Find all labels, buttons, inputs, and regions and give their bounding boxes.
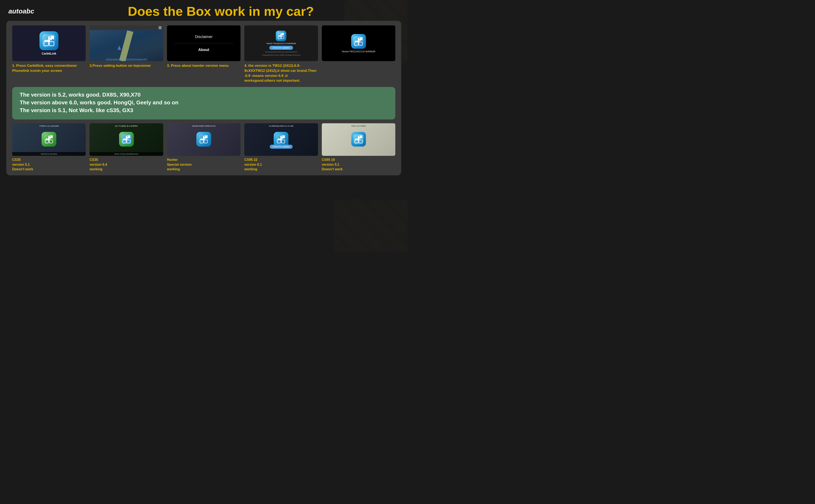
- step4-carbitlink-svg: [277, 32, 285, 40]
- svg-rect-30: [126, 136, 127, 140]
- page-title: Does the Box work in my car?: [43, 4, 399, 19]
- car-cs35-51-image: YT06.5.1.12–1c4c2430 detecta la actualiz…: [12, 123, 86, 156]
- svg-rect-37: [203, 136, 204, 140]
- step-3: Disclaimer About 3. Press about toenter …: [167, 25, 241, 83]
- carbitlink-svg: [42, 34, 56, 47]
- car-cs35-64-bottom-bar: avisar si hay actualizaciones: [89, 152, 163, 156]
- car-hunter-icon: [196, 132, 211, 147]
- step4-check-updates-btn[interactable]: Check for updates: [269, 46, 293, 50]
- car-cs95-22-image: on:HBS32[119321.6.1.6–448 Check for upda…: [244, 123, 318, 156]
- car-hunter-label: Hunter Special version working: [167, 157, 241, 172]
- info-line-3: The version is 5.1, Not Work. like cS35,…: [20, 107, 388, 114]
- car-cs95-19-icon: [351, 132, 366, 147]
- car-cs95-22: on:HBS32[119321.6.1.6–448 Check for upda…: [244, 123, 318, 172]
- car-cs95-19-image: WI05.110–05985: [322, 123, 395, 156]
- logo-text: autoabc: [8, 7, 34, 15]
- svg-rect-23: [48, 136, 50, 140]
- step5-app-icon: [351, 34, 366, 49]
- car-hunter: Versión:XG09–XG09 0.9.16 Hunter Special …: [167, 123, 241, 172]
- map-screen: I phone needs to open CarbitLink(Downloa…: [89, 25, 163, 61]
- disclaimer-text: Disclaimer: [195, 35, 213, 39]
- car-cs35-64: Ion YT12[30]. [6.4.2] f2f551 avisar si h…: [89, 123, 163, 172]
- car-cs95-22-svg: [276, 134, 286, 144]
- step1-app-label: CarbitLink: [42, 52, 56, 55]
- carbitlink-app: CarbitLink: [39, 31, 58, 55]
- car-cs95-19: WI05.110–05985 CS95 19 version 5.1 Doesn…: [322, 123, 395, 172]
- car-cs35-51-icon: [42, 132, 56, 147]
- header: autoabc Does the Box work in my car?: [0, 0, 407, 21]
- car-cs35-51-overlay-top: YT06.5.1.12–1c4c2430: [39, 125, 59, 127]
- step2-desc: 2.Press setting button on topconner: [89, 63, 151, 68]
- step1-image: CarbitLink: [12, 25, 86, 61]
- svg-rect-2: [48, 36, 50, 42]
- car-cs95-22-label: CS95 22 version 6.1 working: [244, 157, 318, 172]
- info-line-2: The version above 6.0, works good. HongQ…: [20, 99, 388, 106]
- step3-desc: 3. Press about toenter version menu: [167, 63, 229, 68]
- step2-image: I phone needs to open CarbitLink(Downloa…: [89, 25, 163, 61]
- car-cs35-51-bottom-bar: detecta la actualiza: [12, 152, 86, 156]
- step4-copyright: Copyright©2014-2022 CARBIT All Rights Re…: [262, 54, 300, 56]
- car-cs35-64-svg: [121, 134, 131, 144]
- svg-rect-44: [280, 136, 282, 140]
- cars-row: YT06.5.1.12–1c4c2430 detecta la actualiz…: [12, 123, 395, 172]
- car-cs35-51-svg: [44, 134, 54, 144]
- about-text: About: [198, 48, 209, 52]
- car-cs95-22-overlay-top: on:HBS32[119321.6.1.6–448: [269, 125, 293, 127]
- car-cs35-64-overlay-top: Ion YT12[30]. [6.4.2] f2f551: [115, 125, 138, 127]
- step5-version-text: Version:TW1212412.6.9–9cf439c69: [342, 50, 375, 53]
- car-cs95-19-label: CS95 19 version 5.1 Doesn't work: [322, 157, 395, 172]
- car-cs35-51-label: CS35 version 5.1 Doesn't work: [12, 157, 86, 172]
- car-cs35-64-icon: [119, 132, 134, 147]
- car-hunter-image: Versión:XG09–XG09 0.9.16: [167, 123, 241, 156]
- car-hunter-overlay-top: Versión:XG09–XG09 0.9.16: [192, 125, 215, 127]
- step4-version-text: Version TW12[2412] 6.9-9cf439c69: [266, 42, 296, 45]
- map-topbar: [89, 25, 163, 30]
- step-1: CarbitLink 1. Press Carbitlink, easy con…: [12, 25, 86, 83]
- car-cs35-64-label: CS35 version 6.4 working: [89, 157, 163, 172]
- step5-image: Version:TW1212412.6.9–9cf439c69: [322, 25, 395, 61]
- car-cs95-19-overlay-top: WI05.110–05985: [351, 125, 366, 127]
- car-cs35-64-image: Ion YT12[30]. [6.4.2] f2f551 avisar si h…: [89, 123, 163, 156]
- main-content-card: CarbitLink 1. Press Carbitlink, easy con…: [6, 21, 401, 175]
- step3-image: Disclaimer About: [167, 25, 241, 61]
- car-hunter-svg: [199, 134, 209, 144]
- steps-row: CarbitLink 1. Press Carbitlink, easy con…: [12, 25, 395, 83]
- car-cs95-22-check-btn[interactable]: Check for updates: [270, 145, 293, 149]
- step-5: Version:TW1212412.6.9–9cf439c69: [322, 25, 395, 83]
- step4-desc: 4. the version is TW12 (2412).6.9-9cXXXT…: [244, 63, 318, 83]
- car-cs35-51-overlay-bottom: detecta la actualiza: [14, 153, 84, 155]
- step4-app-icon: [276, 31, 286, 41]
- carbitlink-icon: [39, 31, 58, 50]
- map-download-text: I phone needs to open CarbitLink(Downloa…: [105, 58, 147, 60]
- map-body: I phone needs to open CarbitLink(Downloa…: [89, 30, 163, 61]
- svg-rect-9: [281, 33, 282, 37]
- map-road: [119, 30, 133, 61]
- info-box: The version is 5.2, works good. DX8S, X9…: [12, 87, 395, 119]
- step1-desc: 1. Press Carbitlink, easy connectionor P…: [12, 63, 86, 73]
- step-4: Version TW12[2412] 6.9-9cf439c69 Check f…: [244, 25, 318, 83]
- step4-sn-text: SN:99328ce8bc7333161eced52345120237: [265, 51, 297, 53]
- step5-carbitlink-svg: [353, 36, 364, 47]
- svg-rect-51: [358, 136, 359, 140]
- hamburger-icon: [159, 26, 162, 29]
- map-arrow-icon: [118, 46, 121, 50]
- step4-image: Version TW12[2412] 6.9-9cf439c69 Check f…: [244, 25, 318, 61]
- step-2: I phone needs to open CarbitLink(Downloa…: [89, 25, 163, 83]
- svg-rect-16: [358, 38, 359, 42]
- car-cs35-64-overlay-bottom: avisar si hay actualizaciones: [91, 153, 161, 155]
- car-cs95-22-icon: [274, 132, 288, 147]
- car-cs35-51: YT06.5.1.12–1c4c2430 detecta la actualiz…: [12, 123, 86, 172]
- logo: autoabc: [8, 7, 34, 15]
- car-cs95-19-svg: [354, 134, 364, 144]
- info-line-1: The version is 5.2, works good. DX8S, X9…: [20, 92, 388, 98]
